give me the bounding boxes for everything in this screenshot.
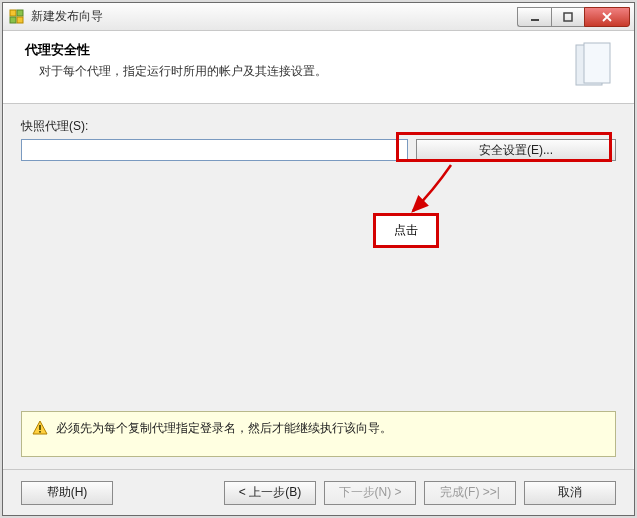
warning-text: 必须先为每个复制代理指定登录名，然后才能继续执行该向导。 xyxy=(56,420,392,437)
cancel-button[interactable]: 取消 xyxy=(524,481,616,505)
titlebar: 新建发布向导 xyxy=(3,3,634,31)
close-button[interactable] xyxy=(584,7,630,27)
svg-rect-9 xyxy=(39,431,41,433)
svg-rect-2 xyxy=(10,17,16,23)
svg-rect-3 xyxy=(17,17,23,23)
warning-icon xyxy=(32,420,48,436)
wizard-window: 新建发布向导 代理安全性 对于每个代理，指定运行时所用的帐户及其连接设置。 快 xyxy=(2,2,635,516)
svg-rect-4 xyxy=(531,19,539,21)
help-button[interactable]: 帮助(H) xyxy=(21,481,113,505)
annotation-callout: 点击 xyxy=(373,213,439,248)
svg-rect-0 xyxy=(10,10,16,16)
minimize-button[interactable] xyxy=(517,7,551,27)
wizard-banner-icon xyxy=(570,41,618,89)
wizard-footer: 帮助(H) < 上一步(B) 下一步(N) > 完成(F) >>| 取消 xyxy=(3,469,634,515)
page-subtitle: 对于每个代理，指定运行时所用的帐户及其连接设置。 xyxy=(25,63,562,80)
window-title: 新建发布向导 xyxy=(31,8,103,25)
wizard-content: 快照代理(S): 安全设置(E)... xyxy=(3,104,634,167)
security-settings-button[interactable]: 安全设置(E)... xyxy=(416,139,616,161)
svg-rect-7 xyxy=(584,43,610,83)
svg-rect-5 xyxy=(564,13,572,21)
snapshot-agent-label: 快照代理(S): xyxy=(21,118,616,135)
annotation-callout-text: 点击 xyxy=(394,223,418,237)
finish-button: 完成(F) >>| xyxy=(424,481,516,505)
next-button: 下一步(N) > xyxy=(324,481,416,505)
window-controls xyxy=(517,7,630,27)
svg-rect-1 xyxy=(17,10,23,16)
svg-rect-8 xyxy=(39,425,41,430)
page-title: 代理安全性 xyxy=(25,41,562,59)
back-button[interactable]: < 上一步(B) xyxy=(224,481,316,505)
app-icon xyxy=(9,9,25,25)
warning-bar: 必须先为每个复制代理指定登录名，然后才能继续执行该向导。 xyxy=(21,411,616,457)
annotation-arrow xyxy=(403,161,463,221)
maximize-button[interactable] xyxy=(551,7,585,27)
wizard-header: 代理安全性 对于每个代理，指定运行时所用的帐户及其连接设置。 xyxy=(3,31,634,104)
snapshot-agent-input[interactable] xyxy=(21,139,408,161)
